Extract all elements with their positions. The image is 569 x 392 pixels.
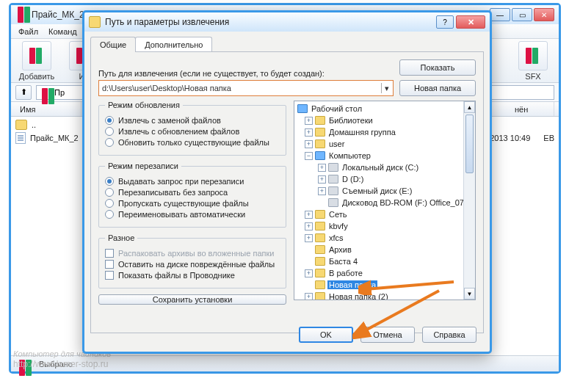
expand-icon[interactable]: + [305,269,313,277]
folder-icon [315,257,325,266]
col-name[interactable]: Имя [15,102,81,116]
radio-icon [105,188,114,197]
dialog-close-button[interactable]: ✕ [456,15,485,29]
expand-icon[interactable]: + [305,117,313,125]
extract-dialog: Путь и параметры извлечения ? ✕ Общие До… [82,10,492,354]
drive-icon [328,163,338,172]
col-modified[interactable]: нён [510,102,554,116]
archive-icon [40,87,51,98]
folder-icon [15,120,27,130]
expand-icon[interactable]: + [318,164,326,172]
row-file-ext: EB [543,134,554,142]
maximize-button[interactable]: ▭ [512,8,532,21]
node-archive[interactable]: Архив [296,244,475,255]
tabstrip: Общие Дополнительно [90,36,484,51]
tool-sfx-label: SFX [525,72,540,81]
node-libs[interactable]: +Библиотеки [296,115,475,126]
tool-add-label: Добавить [19,72,55,81]
dialog-titlebar[interactable]: Путь и параметры извлечения ? ✕ [84,12,490,32]
save-settings-button[interactable]: Сохранить установки [98,294,286,305]
new-folder-button[interactable]: Новая папка [399,80,476,96]
node-user[interactable]: +user [296,138,475,150]
dialog-help-button[interactable]: ? [436,15,454,29]
node-newfolder-1[interactable]: Новая папка [296,279,475,291]
scroll-thumb[interactable] [465,115,474,173]
node-desktop[interactable]: Рабочий стол [296,103,475,115]
folder-icon [315,269,325,277]
row-file-date: 2013 10:49 [490,134,530,142]
radio-ow-1[interactable]: Выдавать запрос при перезаписи [105,177,280,186]
winrar-icon [15,9,27,21]
tool-add[interactable]: Добавить [15,41,58,81]
radio-icon [105,116,114,125]
expand-icon[interactable]: + [318,187,326,195]
node-drive-e[interactable]: +Съемный диск (E:) [296,185,475,197]
show-button[interactable]: Показать [399,59,476,76]
tab-general[interactable]: Общие [90,37,136,52]
up-button[interactable]: ⬆ [15,85,32,100]
node-basta[interactable]: Баста 4 [296,255,475,267]
expand-icon[interactable]: + [305,211,313,219]
tool-sfx[interactable]: SFX [512,41,554,81]
radio-ow-2[interactable]: Перезаписывать без запроса [105,188,280,197]
radio-update-1[interactable]: Извлечь с заменой файлов [105,116,280,125]
expand-icon[interactable]: + [305,293,313,301]
radio-icon [105,177,114,186]
expand-icon[interactable]: + [305,234,313,242]
check-misc-3[interactable]: Показать файлы в Проводнике [105,271,280,280]
expand-icon[interactable]: + [305,222,313,231]
collapse-icon[interactable]: − [305,152,313,160]
folder-icon [315,139,325,148]
node-kbvfy[interactable]: +kbvfy [296,220,475,232]
folder-icon [315,222,325,231]
menu-commands[interactable]: Команд [48,27,77,36]
group-update: Режим обновления Извлечь с заменой файло… [98,101,286,156]
folder-icon [315,280,325,289]
dialog-icon [89,16,101,28]
dialog-footer: OK Отмена Справка [299,327,476,343]
folder-tree[interactable]: Рабочий стол +Библиотеки +Домашняя групп… [294,101,476,300]
radio-update-3[interactable]: Обновить только существующие файлы [105,138,280,147]
cancel-button[interactable]: Отмена [360,327,415,343]
ok-button[interactable]: OK [299,327,353,343]
node-drive-d[interactable]: +D (D:) [296,173,475,185]
node-xfcs[interactable]: +xfcs [296,232,475,244]
node-drive-f[interactable]: Дисковод BD-ROM (F:) Office_07 [296,197,475,208]
minimize-button[interactable]: — [490,8,510,21]
scroll-down-icon[interactable]: ▼ [464,288,475,300]
path-label: Путь для извлечения (если не существует,… [98,69,394,78]
watermark-link: http://www.lamer-stop.ru [13,360,111,369]
node-network[interactable]: +Сеть [296,208,475,220]
group-update-legend: Режим обновления [105,101,183,109]
check-misc-2[interactable]: Оставить на диске повреждённые файлы [105,260,280,269]
node-homegroup[interactable]: +Домашняя группа [296,126,475,138]
checkbox-icon [105,249,114,258]
node-newfolder-2[interactable]: +Новая папка (2) [296,291,475,300]
radio-icon [105,210,114,219]
node-work[interactable]: +В работе [296,267,475,279]
radio-icon [105,138,114,147]
node-computer[interactable]: −Компьютер [296,150,475,161]
drive-icon [328,186,338,195]
expand-icon[interactable]: + [305,128,313,137]
radio-ow-3[interactable]: Пропускать существующие файлы [105,199,280,208]
node-drive-c[interactable]: +Локальный диск (C:) [296,161,475,173]
tab-advanced[interactable]: Дополнительно [135,37,212,52]
check-misc-1: Распаковать архивы во вложенные папки [105,249,280,258]
menu-file[interactable]: Файл [18,27,38,36]
group-overwrite-legend: Режим перезаписи [105,161,181,170]
row-file-name: Прайс_МК_2 [30,134,79,142]
radio-ow-4[interactable]: Переименовывать автоматически [105,210,280,219]
expand-icon[interactable]: + [318,175,326,184]
path-input[interactable]: d:\Users\user\Desktop\Новая папка ▾ [98,80,394,96]
scroll-up-icon[interactable]: ▲ [464,101,475,113]
network-icon [315,210,325,219]
path-dropdown-icon[interactable]: ▾ [381,83,391,93]
help-button[interactable]: Справка [422,327,476,343]
close-button[interactable]: ✕ [534,8,554,21]
expand-icon[interactable]: + [305,140,313,148]
group-misc-legend: Разное [105,233,137,242]
tree-scrollbar[interactable]: ▲ ▼ [463,101,475,300]
radio-update-2[interactable]: Извлечь с обновлением файлов [105,127,280,136]
address-text: Пр [54,88,65,97]
